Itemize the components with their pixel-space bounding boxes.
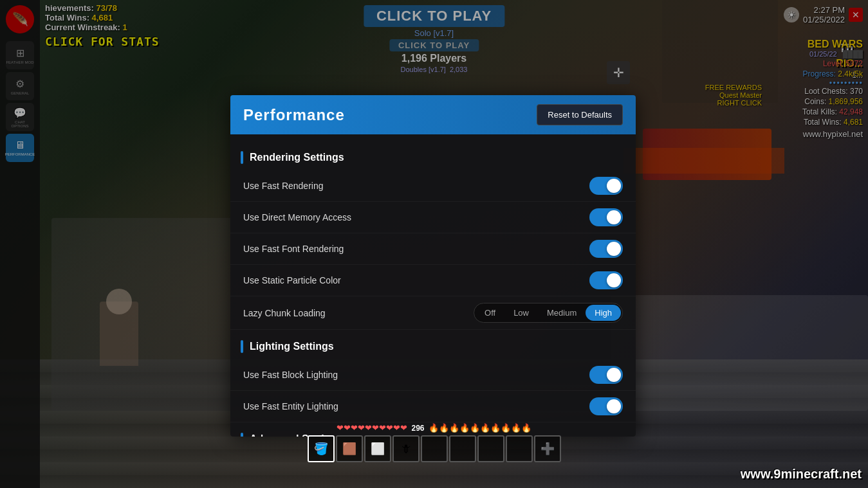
- hotbar-slot-5[interactable]: [421, 435, 448, 462]
- reset-defaults-button[interactable]: Reset to Defaults: [537, 104, 623, 125]
- panel-scroll-area[interactable]: Rendering Settings Use Fast Rendering Us…: [230, 134, 636, 437]
- hotbar-slot-7[interactable]: [477, 435, 504, 462]
- direct-memory-toggle[interactable]: [589, 208, 623, 226]
- hp-value: 296: [411, 424, 424, 433]
- panel-body: Rendering Settings Use Fast Rendering Us…: [230, 134, 636, 437]
- direct-memory-thumb: [607, 210, 621, 224]
- hotbar-slot-1[interactable]: 🪣: [308, 435, 335, 462]
- hud-bottom: ❤❤❤❤❤❤❤❤❤❤ 296 🔥🔥🔥🔥🔥🔥🔥🔥🔥🔥 🪣 🟫 ⬜ 🗡 ➕: [308, 423, 561, 462]
- health-bar: ❤❤❤❤❤❤❤❤❤❤ 296 🔥🔥🔥🔥🔥🔥🔥🔥🔥🔥: [337, 423, 531, 433]
- chunk-option-off[interactable]: Off: [476, 305, 504, 321]
- fast-block-lighting-label: Use Fast Block Lighting: [243, 370, 338, 380]
- static-particle-toggle[interactable]: [589, 271, 623, 289]
- fast-entity-lighting-toggle[interactable]: [589, 397, 623, 415]
- rendering-section-header: Rendering Settings: [230, 147, 636, 168]
- rendering-section: Rendering Settings Use Fast Rendering Us…: [230, 147, 636, 330]
- fast-block-lighting-row: Use Fast Block Lighting: [230, 359, 636, 391]
- lighting-section: Lighting Settings Use Fast Block Lightin…: [230, 336, 636, 422]
- hotbar-slot-9[interactable]: ➕: [534, 435, 561, 462]
- fast-block-lighting-toggle[interactable]: [589, 366, 623, 384]
- fast-block-lighting-thumb: [607, 368, 621, 382]
- watermark: www.9minecraft.net: [741, 467, 862, 482]
- fast-rendering-row: Use Fast Rendering: [230, 170, 636, 202]
- chunk-option-medium[interactable]: Medium: [538, 305, 586, 321]
- advanced-section-bar: [241, 433, 243, 437]
- fast-entity-lighting-thumb: [607, 399, 621, 413]
- hotbar-slot-3[interactable]: ⬜: [364, 435, 391, 462]
- fire-display: 🔥🔥🔥🔥🔥🔥🔥🔥🔥🔥: [429, 423, 531, 433]
- hotbar-slot-2[interactable]: 🟫: [336, 435, 363, 462]
- fast-font-toggle[interactable]: [589, 240, 623, 258]
- direct-memory-label: Use Direct Memory Access: [243, 212, 351, 222]
- fast-rendering-toggle[interactable]: [589, 177, 623, 195]
- panel-header: Performance Reset to Defaults: [230, 95, 636, 134]
- hotbar-slot-4[interactable]: 🗡: [392, 435, 420, 462]
- fast-font-label: Use Fast Font Rendering: [243, 244, 344, 254]
- performance-panel: Performance Reset to Defaults Rendering …: [230, 95, 636, 437]
- fast-font-thumb: [607, 242, 621, 256]
- rendering-section-title: Rendering Settings: [250, 152, 344, 163]
- watermark-text: www.9minecraft.net: [741, 467, 862, 481]
- hotbar-slot-6[interactable]: [449, 435, 476, 462]
- panel-title: Performance: [243, 106, 345, 124]
- fast-rendering-thumb: [607, 179, 621, 193]
- direct-memory-row: Use Direct Memory Access: [230, 202, 636, 233]
- static-particle-label: Use Static Particle Color: [243, 275, 341, 285]
- hotbar: 🪣 🟫 ⬜ 🗡 ➕: [308, 435, 561, 462]
- lazy-chunk-label: Lazy Chunk Loading: [243, 308, 326, 318]
- lazy-chunk-row: Lazy Chunk Loading Off Low Medium High: [230, 296, 636, 330]
- lighting-section-header: Lighting Settings: [230, 336, 636, 357]
- lighting-section-title: Lighting Settings: [250, 341, 334, 352]
- hearts-display: ❤❤❤❤❤❤❤❤❤❤: [337, 423, 407, 433]
- hotbar-slot-8[interactable]: [506, 435, 533, 462]
- fast-rendering-label: Use Fast Rendering: [243, 181, 324, 191]
- static-particle-row: Use Static Particle Color: [230, 265, 636, 296]
- lighting-section-bar: [241, 340, 243, 353]
- chunk-option-high[interactable]: High: [586, 305, 621, 321]
- chunk-loading-selector[interactable]: Off Low Medium High: [474, 303, 623, 323]
- rendering-section-bar: [241, 151, 243, 164]
- static-particle-thumb: [607, 273, 621, 287]
- fast-entity-lighting-label: Use Fast Entity Lighting: [243, 401, 338, 411]
- fast-font-row: Use Fast Font Rendering: [230, 233, 636, 265]
- fast-entity-lighting-row: Use Fast Entity Lighting: [230, 391, 636, 422]
- chunk-option-low[interactable]: Low: [504, 305, 538, 321]
